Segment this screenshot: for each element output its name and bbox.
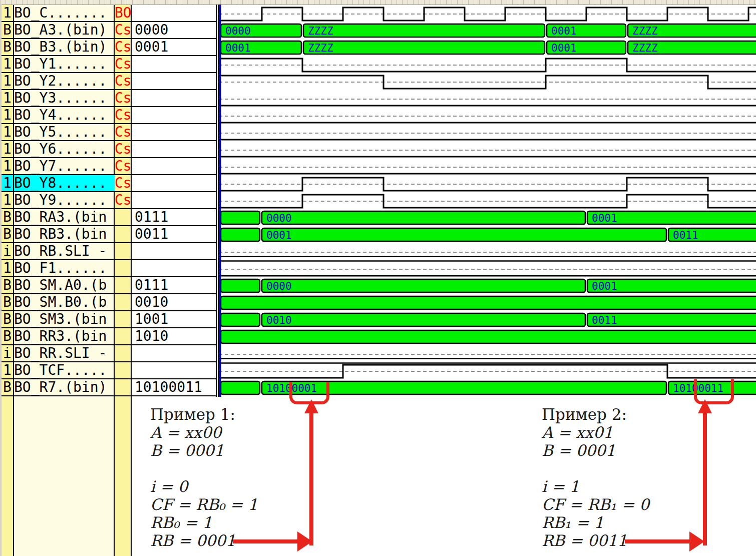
example-formula-line: RB₁ = 1 [542,513,752,531]
signal-tag [115,328,133,344]
signal-type: B [2,39,13,55]
example-title: Пример 2: [542,405,752,423]
signal-name: BO_RR3.(bin [14,328,115,344]
signal-tag: Cs [115,107,133,123]
svg-text:0000: 0000 [266,280,292,292]
signal-name: BO_SM.A0.(b [14,277,115,293]
signal-type: B [2,226,13,242]
example-formula-line [542,459,752,477]
signal-name: BO_RR.SLI - [14,345,115,361]
signal-type: 1 [2,5,13,21]
signal-value [133,345,217,361]
signal-name: BO_A3.(bin) [14,22,115,38]
signal-row-bo-f1-[interactable]: 1BO_F1...... [2,260,216,277]
signal-row-bo-y5-[interactable]: 1BO_Y5......Cs [2,124,216,141]
signal-tag: Cs [115,192,133,208]
example-formula-line: i = 1 [542,477,752,495]
svg-text:ZZZZ: ZZZZ [632,42,658,54]
signal-type: 1 [2,141,13,157]
signal-value [133,158,217,174]
signal-name: BO_Y3...... [14,90,115,106]
signal-type: 1 [2,73,13,89]
svg-text:0001: 0001 [266,229,292,241]
signal-row-bo-y3-[interactable]: 1BO_Y3......Cs [2,90,216,107]
signal-row-bo-y6-[interactable]: 1BO_Y6......Cs [2,141,216,158]
annotation-example-1: Пример 1:A = xx00B = 0001i = 0CF = RB₀ =… [150,405,360,549]
svg-text:0000: 0000 [266,212,292,224]
annotation-example-2: Пример 2:A = xx01B = 0001i = 1CF = RB₁ =… [542,405,752,549]
signal-row-bo-y9-[interactable]: 1BO_Y9......Cs [2,192,216,209]
signal-tag [115,379,133,395]
signal-name: BO_F1...... [14,260,115,276]
signal-row-bo-rr-sli-[interactable]: iBO_RR.SLI - [2,345,216,362]
signal-row-bo-r7-bin-[interactable]: BBO_R7.(bin)10100011 [2,379,216,396]
signal-row-bo-rr3-bin[interactable]: BBO_RR3.(bin1010 [2,328,216,345]
signal-row-bo-sm-a0-b[interactable]: BBO_SM.A0.(b0111 [2,277,216,294]
signal-row-bo-rb-sli-[interactable]: iBO_RB.SLI - [2,243,216,260]
signal-value: 1001 [133,311,217,327]
signal-row-bo-y1-[interactable]: 1BO_Y1......Cs [2,56,216,73]
signal-row-bo-y2-[interactable]: 1BO_Y2......Cs [2,73,216,90]
signal-tag: Cs [115,22,133,38]
signal-row-bo-y8-[interactable]: 1BO_Y8......Cs [2,175,216,192]
signal-tag [115,260,133,276]
signal-tag: Cs [115,124,133,140]
example-formula-line: A = xx00 [150,423,360,441]
example-formula-line: RB₀ = 1 [150,513,360,531]
signal-value: 0111 [133,277,217,293]
signal-value: 10100011 [133,379,217,395]
signal-row-bo-y7-[interactable]: 1BO_Y7......Cs [2,158,216,175]
signal-value [133,56,217,72]
signal-row-bo-a3-bin-[interactable]: BBO_A3.(bin)Cs0000 [2,22,216,39]
signal-row-bo-b3-bin-[interactable]: BBO_B3.(bin)Cs0001 [2,39,216,56]
signal-row-bo-sm-b0-b[interactable]: BBO_SM.B0.(b0010 [2,294,216,311]
signal-tag [115,243,133,259]
arrowhead-up-icon [304,399,318,413]
signal-tag: Cs [115,90,133,106]
example-formula-line: B = 0001 [542,441,752,459]
svg-text:0001: 0001 [551,25,577,37]
svg-text:0010: 0010 [266,314,292,326]
simulator-window: 1BO_C.......BOBBO_A3.(bin)Cs0000BBO_B3.(… [0,0,756,556]
signal-value: 1010 [133,328,217,344]
signal-value: 0000 [133,22,217,38]
time-cursor[interactable] [219,5,221,397]
signal-name: BO_Y7...... [14,158,115,174]
signal-value [133,124,217,140]
example-formula-line: CF = RB₁ = 0 [542,495,752,513]
arrowhead-right-icon [297,531,312,551]
svg-text:0011: 0011 [592,314,617,326]
signal-type: 1 [2,107,13,123]
signal-row-bo-tcf-[interactable]: 1BO_TCF..... [2,362,216,379]
svg-text:0001: 0001 [592,280,617,292]
signal-name: BO_RB.SLI - [14,243,115,259]
signal-tag [115,362,133,378]
signal-type: 1 [2,192,13,208]
signal-value [133,107,217,123]
signal-tag: Cs [115,73,133,89]
signal-name: BO_SM3.(bin [14,311,115,327]
example-formula-line: CF = RB₀ = 1 [150,495,360,513]
arrow-vertical-2 [703,412,707,545]
signal-name: BO_Y8...... [14,175,115,191]
signal-value: 0111 [133,209,217,225]
signal-name: BO_RB3.(bin [14,226,115,242]
signal-type: 1 [2,124,13,140]
signal-row-bo-rb3-bin[interactable]: BBO_RB3.(bin0011 [2,226,216,243]
signal-tag: Cs [115,39,133,55]
signal-row-bo-ra3-bin[interactable]: BBO_RA3.(bin0111 [2,209,216,226]
signal-row-bo-c-[interactable]: 1BO_C.......BO [2,5,216,22]
signal-row-bo-y4-[interactable]: 1BO_Y4......Cs [2,107,216,124]
signal-tag: Cs [115,175,133,191]
example-formula-line: A = xx01 [542,423,752,441]
signal-type: i [2,243,13,259]
signal-type: 1 [2,90,13,106]
signal-row-bo-sm3-bin[interactable]: BBO_SM3.(bin1001 [2,311,216,328]
signal-value [133,362,217,378]
signal-type: B [2,209,13,225]
signal-type: B [2,22,13,38]
signal-name: BO_Y4...... [14,107,115,123]
svg-text:0000: 0000 [225,25,251,37]
signal-tag [115,311,133,327]
waveform-canvas[interactable]: 0000ZZZZ0001ZZZZ0001ZZZZ0001ZZZZ00000001… [219,5,756,397]
